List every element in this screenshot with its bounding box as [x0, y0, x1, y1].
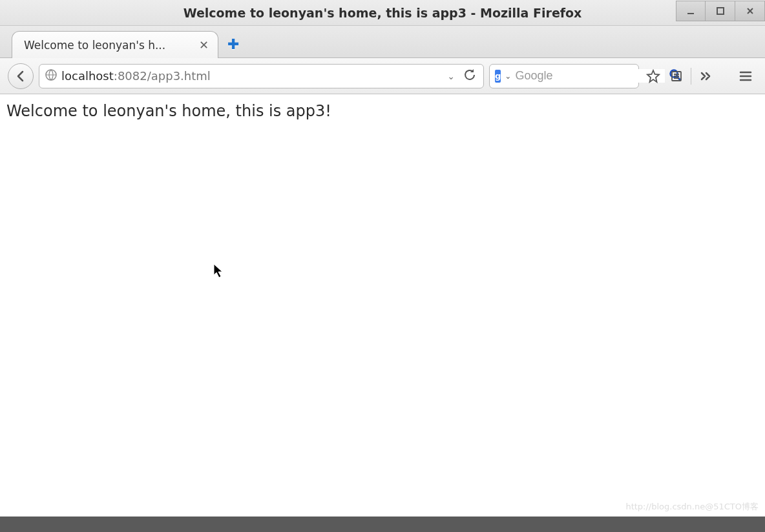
toolbar-separator	[691, 68, 691, 85]
url-path: :8082/app3.html	[114, 69, 211, 83]
cursor-icon	[213, 263, 225, 281]
tab-title: Welcome to leonyan's h...	[24, 39, 186, 52]
tab-close-icon[interactable]: ✕	[199, 38, 209, 52]
search-engine-icon: g	[495, 70, 501, 83]
bookmarks-list-button[interactable]	[667, 70, 686, 83]
page-content: Welcome to leonyan's home, this is app3!…	[0, 94, 765, 532]
tab-bar: Welcome to leonyan's h... ✕ ✚	[0, 26, 765, 58]
bookmark-star-button[interactable]	[644, 69, 662, 83]
svg-rect-0	[687, 13, 694, 14]
close-button[interactable]	[735, 1, 765, 21]
svg-rect-1	[717, 8, 724, 14]
overflow-button[interactable]	[697, 69, 715, 83]
url-dropdown-icon[interactable]: ⌄	[445, 71, 457, 81]
new-tab-button[interactable]: ✚	[227, 36, 239, 52]
bottom-bar	[0, 517, 765, 532]
url-host: localhost	[61, 69, 114, 83]
page-body-text: Welcome to leonyan's home, this is app3!	[6, 102, 759, 120]
watermark-text: http://blog.csdn.ne@51CTO博客	[625, 501, 759, 513]
titlebar: Welcome to leonyan's home, this is app3 …	[0, 0, 765, 26]
back-button[interactable]	[8, 63, 34, 89]
reload-button[interactable]	[461, 69, 478, 83]
search-input[interactable]	[515, 69, 665, 83]
window-title: Welcome to leonyan's home, this is app3 …	[0, 6, 765, 20]
navigation-toolbar: localhost:8082/app3.html ⌄ g ⌄	[0, 58, 765, 94]
url-bar[interactable]: localhost:8082/app3.html ⌄	[39, 64, 484, 88]
hamburger-menu-button[interactable]	[734, 65, 757, 88]
url-text: localhost:8082/app3.html	[61, 69, 441, 83]
search-engine-dropdown-icon[interactable]: ⌄	[505, 72, 511, 81]
globe-icon	[45, 68, 58, 84]
search-bar[interactable]: g ⌄	[489, 64, 639, 88]
minimize-button[interactable]	[676, 1, 706, 21]
maximize-button[interactable]	[706, 1, 735, 21]
browser-tab[interactable]: Welcome to leonyan's h... ✕	[12, 31, 218, 58]
window-controls	[676, 0, 765, 25]
